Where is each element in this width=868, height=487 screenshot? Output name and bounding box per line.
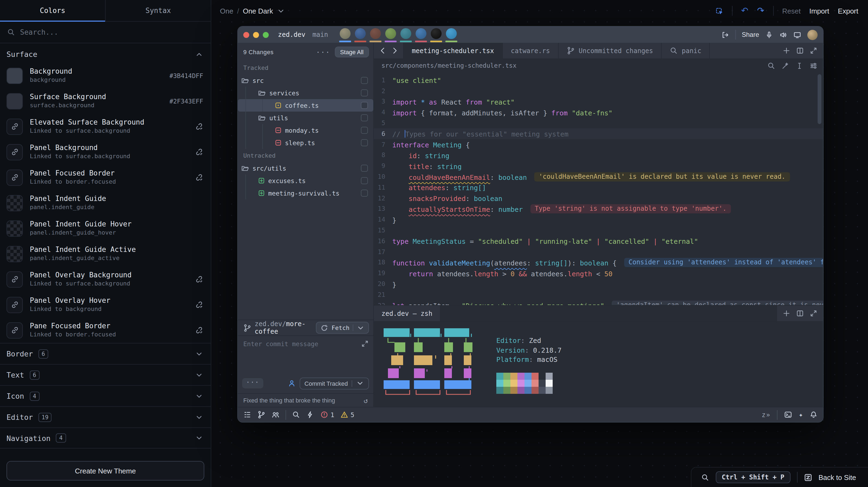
token-item[interactable]: Elevated Surface BackgroundLinked to sur… bbox=[0, 114, 211, 139]
split-pane-icon[interactable] bbox=[796, 46, 804, 55]
unlink-icon[interactable] bbox=[195, 123, 203, 131]
token-item[interactable]: Backgroundbackground#3B414DFF bbox=[0, 63, 211, 88]
unlink-icon[interactable] bbox=[195, 275, 203, 283]
link-icon[interactable] bbox=[6, 169, 23, 186]
chevron-down-icon[interactable] bbox=[277, 7, 285, 15]
command-search-icon[interactable] bbox=[701, 473, 709, 481]
coauthor-icon[interactable] bbox=[288, 379, 296, 387]
breadcrumb-current[interactable]: One Dark bbox=[243, 7, 273, 15]
share-button[interactable]: Share bbox=[742, 31, 759, 38]
undo-button[interactable]: ↶ bbox=[741, 6, 748, 15]
warning-count[interactable]: 5 bbox=[340, 411, 354, 419]
more-options-icon[interactable]: ··· bbox=[316, 48, 330, 56]
traffic-lights[interactable] bbox=[243, 32, 269, 38]
tab-colors[interactable]: Colors bbox=[0, 0, 105, 21]
code-line[interactable]: 7interface Meeting { bbox=[374, 139, 823, 150]
uncommit-icon[interactable]: ↺ bbox=[364, 396, 368, 404]
breadcrumb-parent[interactable]: One bbox=[220, 7, 233, 15]
tree-row[interactable]: excuses.ts bbox=[241, 174, 369, 187]
link-icon[interactable] bbox=[6, 144, 23, 160]
assistant-icon[interactable]: ✦ bbox=[799, 411, 803, 419]
stage-checkbox[interactable] bbox=[361, 77, 368, 84]
tab-syntax[interactable]: Syntax bbox=[105, 0, 211, 21]
nav-back-icon[interactable] bbox=[377, 46, 388, 55]
link-icon[interactable] bbox=[6, 297, 23, 313]
stage-checkbox[interactable] bbox=[361, 177, 368, 184]
code-line[interactable]: 15 bbox=[374, 225, 823, 236]
code-line[interactable]: 3import * as React from "react" bbox=[374, 96, 823, 107]
color-swatch[interactable] bbox=[6, 246, 23, 262]
color-swatch[interactable] bbox=[6, 195, 23, 211]
stage-checkbox[interactable] bbox=[361, 139, 368, 146]
token-item[interactable]: Surface Backgroundsurface.background#2F3… bbox=[0, 88, 211, 114]
avatar[interactable] bbox=[400, 27, 412, 42]
export-button[interactable]: Export bbox=[838, 7, 858, 15]
code-editor[interactable]: 1"use client"23import * as React from "r… bbox=[374, 72, 823, 305]
section-editor-header[interactable]: Editor19 bbox=[0, 406, 211, 427]
code-line[interactable]: 10 couldHaveBeenAnEmail: boolean'couldHa… bbox=[374, 171, 823, 182]
code-line[interactable]: 17 bbox=[374, 247, 823, 257]
tree-row[interactable]: sleep.ts bbox=[241, 136, 369, 149]
code-line[interactable]: 2 bbox=[374, 86, 823, 96]
speaker-icon[interactable] bbox=[779, 31, 787, 39]
code-line[interactable]: 22let agendaItem = "Discuss why we need … bbox=[374, 300, 823, 305]
code-line[interactable]: 16type MeetingStatus = "scheduled" | "ru… bbox=[374, 236, 823, 247]
token-item[interactable]: Panel Indent Guidepanel.indent_guide bbox=[0, 190, 211, 216]
tree-row[interactable]: services bbox=[241, 87, 369, 99]
stage-checkbox[interactable] bbox=[361, 114, 368, 121]
commit-options-icon[interactable]: ··· bbox=[242, 378, 263, 388]
unlink-icon[interactable] bbox=[195, 301, 203, 309]
tree-row[interactable]: meeting-survival.ts bbox=[241, 187, 369, 199]
select-tool-icon[interactable] bbox=[715, 7, 723, 15]
code-line[interactable]: 14} bbox=[374, 214, 823, 225]
color-swatch[interactable] bbox=[6, 67, 23, 84]
color-swatch[interactable] bbox=[6, 93, 23, 109]
code-line[interactable]: 1"use client" bbox=[374, 75, 823, 86]
stage-checkbox[interactable] bbox=[361, 89, 368, 96]
code-line[interactable]: 21 bbox=[374, 289, 823, 300]
code-line[interactable]: 8 id: string bbox=[374, 150, 823, 161]
diagnostics-icon[interactable] bbox=[306, 411, 314, 419]
new-tab-icon[interactable] bbox=[782, 46, 790, 55]
avatar[interactable] bbox=[385, 27, 397, 42]
token-item[interactable]: Panel Indent Guide Hoverpanel.indent_gui… bbox=[0, 216, 211, 241]
code-line[interactable]: 18function validateMeeting(atendees: str… bbox=[374, 257, 823, 268]
stage-all-button[interactable]: Stage All bbox=[335, 46, 369, 57]
token-item[interactable]: Panel Overlay BackgroundLinked to surfac… bbox=[0, 266, 211, 292]
section-surface-header[interactable]: Surface bbox=[0, 43, 211, 63]
zed-copilot-icon[interactable]: z» bbox=[762, 411, 771, 419]
chevron-down-icon[interactable] bbox=[356, 379, 364, 387]
link-icon[interactable] bbox=[6, 118, 23, 135]
section-text-header[interactable]: Text6 bbox=[0, 364, 211, 385]
command-palette-shortcut[interactable]: Ctrl + Shift + P bbox=[716, 471, 790, 483]
nav-forward-icon[interactable] bbox=[389, 46, 400, 55]
code-line[interactable]: 9 title: string bbox=[374, 161, 823, 171]
back-to-site-link[interactable]: Back to Site bbox=[818, 473, 856, 481]
search-icon[interactable] bbox=[292, 411, 300, 419]
unlink-icon[interactable] bbox=[195, 148, 203, 156]
stage-checkbox[interactable] bbox=[361, 127, 368, 134]
color-swatch[interactable] bbox=[6, 220, 23, 236]
window-branch[interactable]: main bbox=[312, 31, 328, 38]
code-line[interactable]: 6// Types for our "essential" meeting sy… bbox=[374, 128, 823, 139]
editor-tab[interactable]: meeting-scheduler.tsx bbox=[403, 43, 502, 59]
terminal-toggle-icon[interactable] bbox=[784, 411, 792, 419]
editor-tab[interactable]: catware.rs bbox=[502, 43, 558, 59]
avatar[interactable] bbox=[370, 27, 382, 42]
tree-row[interactable]: src bbox=[241, 74, 369, 87]
editor-controls-icon[interactable] bbox=[809, 62, 817, 70]
link-icon[interactable] bbox=[6, 322, 23, 338]
close-button[interactable] bbox=[243, 32, 249, 38]
code-line[interactable]: 12 snacksProvided: boolean bbox=[374, 193, 823, 204]
code-line[interactable]: 11 attendees: string[] bbox=[374, 182, 823, 193]
tree-row[interactable]: coffee.ts bbox=[238, 99, 373, 111]
chevron-down-icon[interactable] bbox=[356, 324, 365, 332]
code-line[interactable]: 4import { format, addMinutes, isAfter } … bbox=[374, 107, 823, 118]
import-button[interactable]: Import bbox=[809, 7, 829, 15]
avatar[interactable] bbox=[446, 27, 458, 42]
token-item[interactable]: Pane Focused BorderLinked to border.focu… bbox=[0, 318, 211, 343]
code-line[interactable]: 19 return atendees.length > 0 && atendee… bbox=[374, 268, 823, 279]
zoom-button[interactable] bbox=[263, 32, 269, 38]
tree-row[interactable]: src/utils bbox=[241, 162, 369, 174]
breadcrumb[interactable]: One / One Dark bbox=[220, 7, 285, 15]
